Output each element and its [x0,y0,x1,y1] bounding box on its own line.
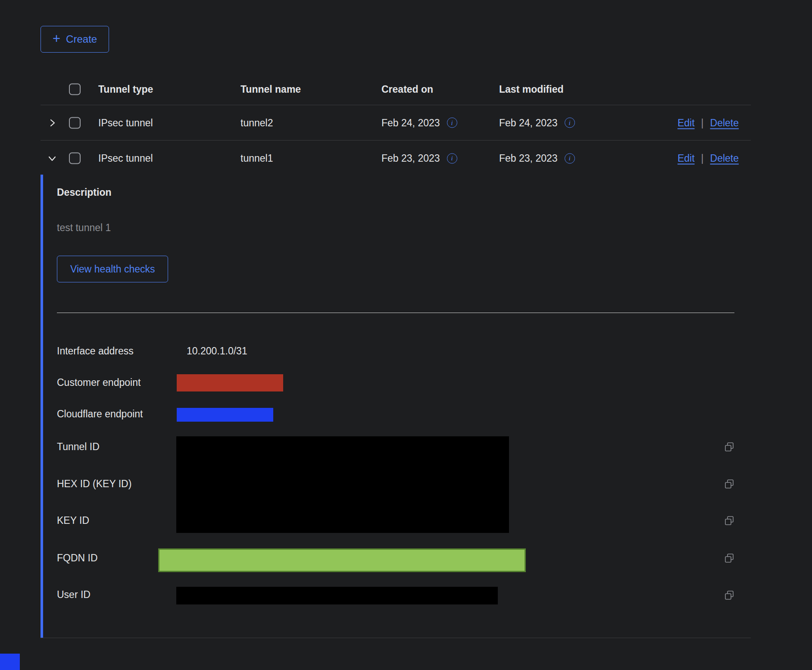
copy-hex-id-icon[interactable] [724,479,735,490]
tunnel-name-cell: tunnel2 [240,117,273,128]
field-label-customer-endpoint: Customer endpoint [57,377,141,388]
info-icon[interactable]: i [447,153,457,163]
column-header-tunnel-name: Tunnel name [240,83,301,95]
description-heading: Description [57,187,112,198]
plus-icon: + [53,32,60,45]
table-row: IPsec tunnel tunnel2 Feb 24, 2023 i Feb … [41,105,751,141]
delete-link[interactable]: Delete [710,153,739,164]
delete-link[interactable]: Delete [710,117,739,128]
redacted-tunnel-hex-key-ids [176,436,509,533]
interface-address-value: 10.200.1.0/31 [187,345,247,357]
tunnels-page: + Create Tunnel type Tunnel name Created… [0,0,812,670]
info-icon[interactable]: i [565,118,575,128]
row-expander[interactable] [45,151,59,166]
field-label-key-id: KEY ID [57,515,89,526]
redacted-cloudflare-endpoint [177,408,273,422]
table-header-row: Tunnel type Tunnel name Created on Last … [41,73,751,105]
row-expander[interactable] [45,116,59,130]
edit-link[interactable]: Edit [678,117,695,128]
redacted-fqdn-id [158,548,526,572]
info-icon[interactable]: i [565,153,575,163]
copy-fqdn-id-icon[interactable] [724,553,735,564]
copy-user-id-icon[interactable] [724,590,735,601]
copy-tunnel-id-icon[interactable] [724,441,735,453]
footer-accent-square [0,654,20,670]
row-checkbox[interactable] [69,117,81,128]
tunnels-table: Tunnel type Tunnel name Created on Last … [41,73,751,176]
tunnel-name-cell: tunnel1 [240,153,273,164]
created-on-cell: Feb 24, 2023 [381,117,440,128]
redacted-customer-endpoint [177,374,283,391]
column-header-last-modified: Last modified [499,83,564,95]
select-all-checkbox[interactable] [69,83,81,95]
view-health-checks-button[interactable]: View health checks [57,256,168,282]
info-icon[interactable]: i [447,118,457,128]
last-modified-cell: Feb 23, 2023 [499,153,558,164]
detail-divider [57,313,734,313]
create-button-label: Create [66,33,97,45]
column-header-tunnel-type: Tunnel type [98,83,153,95]
field-label-fqdn-id: FQDN ID [57,552,98,564]
field-label-interface-address: Interface address [57,345,134,357]
field-label-hex-id: HEX ID (KEY ID) [57,478,131,490]
last-modified-cell: Feb 24, 2023 [499,117,558,128]
create-button[interactable]: + Create [41,26,109,53]
action-separator: | [701,153,704,164]
redacted-user-id [176,587,498,604]
chevron-down-icon [47,153,57,163]
tunnel-type-cell: IPsec tunnel [98,117,153,128]
tunnel-type-cell: IPsec tunnel [98,153,153,164]
created-on-cell: Feb 23, 2023 [381,153,440,164]
field-label-user-id: User ID [57,589,91,601]
action-separator: | [701,117,704,128]
copy-key-id-icon[interactable] [724,515,735,526]
tunnel-detail-panel: Description test tunnel 1 View health ch… [41,175,751,638]
field-label-cloudflare-endpoint: Cloudflare endpoint [57,408,143,420]
field-label-tunnel-id: Tunnel ID [57,441,100,453]
edit-link[interactable]: Edit [678,153,695,164]
row-checkbox[interactable] [69,153,81,164]
description-text: test tunnel 1 [57,222,111,234]
table-row: IPsec tunnel tunnel1 Feb 23, 2023 i Feb … [41,141,751,176]
column-header-created-on: Created on [381,83,433,95]
chevron-right-icon [47,118,57,128]
